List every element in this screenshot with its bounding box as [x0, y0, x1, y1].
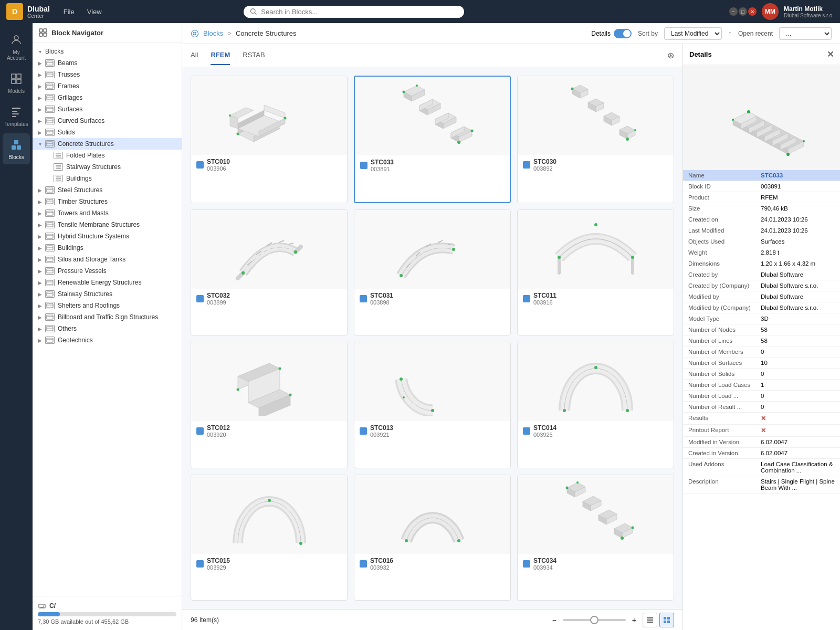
svg-rect-13 [14, 140, 18, 144]
tree-item-folded-plates[interactable]: Folded Plates [33, 150, 182, 161]
details-close-button[interactable]: ✕ [827, 49, 834, 59]
tree-item-buildings[interactable]: ▶Buildings [33, 242, 182, 254]
tree-icon-renewable-energy [45, 279, 55, 286]
block-card-STC031[interactable]: STC031003898 [354, 209, 511, 336]
block-card-STC034[interactable]: STC034003934 [517, 475, 674, 601]
detail-key: Number of Members [683, 346, 757, 357]
block-card-STC033[interactable]: STC033003891 [354, 76, 511, 203]
detail-val: Load Case Classification & Combination .… [757, 459, 840, 476]
svg-rect-10 [12, 116, 16, 117]
block-code-STC014: 003925 [533, 432, 556, 438]
tree-label-buildings-sub: Buildings [66, 175, 177, 182]
svg-rect-6 [17, 79, 21, 83]
tree-item-blocks-root[interactable]: ▾Blocks [33, 46, 182, 57]
tree-item-surfaces[interactable]: ▶Surfaces [33, 103, 182, 115]
svg-rect-184 [667, 617, 670, 620]
tree-item-beams[interactable]: ▶Beams [33, 57, 182, 69]
zoom-plus[interactable]: + [632, 616, 636, 624]
tree-item-grillages[interactable]: ▶Grillages [33, 92, 182, 103]
svg-rect-32 [47, 142, 53, 146]
block-name-STC011: STC011 [533, 292, 556, 299]
tree-item-towers-and-masts[interactable]: ▶Towers and Masts [33, 207, 182, 219]
tree-label-steel-structures: Steel Structures [58, 186, 177, 194]
block-card-STC014[interactable]: STC014003925 [517, 342, 674, 468]
zoom-slider[interactable] [563, 619, 626, 621]
block-thumbnail-STC033 [355, 77, 510, 155]
menu-view[interactable]: View [82, 6, 107, 18]
sort-select[interactable]: Last Modified Name Date Created Size [664, 27, 722, 40]
tree-label-curved-surfaces: Curved Surfaces [58, 117, 177, 124]
block-card-STC010[interactable]: STC010003906 [191, 76, 348, 203]
tree-item-renewable-energy[interactable]: ▶Renewable Energy Structures [33, 277, 182, 288]
zoom-minus[interactable]: − [552, 616, 556, 624]
sort-arrow-icon[interactable]: ↑ [728, 29, 732, 38]
sidebar-item-templates[interactable]: Templates [3, 100, 30, 131]
svg-point-159 [594, 366, 597, 369]
svg-rect-17 [44, 33, 47, 36]
tree-item-hybrid-structure[interactable]: ▶Hybrid Structure Systems [33, 230, 182, 242]
detail-val: STC033 [757, 170, 840, 181]
detail-key: Number of Load ... [683, 391, 757, 401]
block-card-STC012[interactable]: STC012003920 [191, 342, 348, 468]
block-card-STC016[interactable]: STC016003932 [354, 475, 511, 601]
block-dot-STC010 [196, 161, 204, 169]
tree-item-others[interactable]: ▶Others [33, 323, 182, 334]
tab-all[interactable]: All [191, 46, 198, 65]
tree-item-stairway-structures[interactable]: Stairway Structures [33, 161, 182, 173]
sidebar-item-myaccount[interactable]: My Account [3, 28, 30, 65]
app-logo[interactable]: D Dlubal Center [6, 3, 50, 20]
tree-item-silos[interactable]: ▶Silos and Storage Tanks [33, 254, 182, 265]
tree-item-solids[interactable]: ▶Solids [33, 127, 182, 138]
view-icons [643, 613, 674, 627]
tree-item-curved-surfaces[interactable]: ▶Curved Surfaces [33, 115, 182, 127]
detail-val: 58 [757, 324, 840, 335]
block-card-STC030[interactable]: STC030003892 [517, 76, 674, 203]
tree-arrow-billboard: ▶ [35, 314, 45, 320]
tree-item-buildings-sub[interactable]: Buildings [33, 173, 182, 184]
tree-item-pressure-vessels[interactable]: ▶Pressure Vessels [33, 265, 182, 277]
detail-row-results: Results✕ [683, 413, 840, 425]
details-toggle-pill[interactable] [614, 29, 632, 38]
tree-item-geotechnics[interactable]: ▶Geotechnics [33, 334, 182, 346]
block-card-STC015[interactable]: STC015003929 [191, 475, 348, 601]
grid-view-icon[interactable] [659, 613, 674, 627]
menu-file[interactable]: File [58, 6, 80, 18]
close-button[interactable]: ✕ [748, 7, 757, 16]
tree-item-trusses[interactable]: ▶Trusses [33, 69, 182, 80]
tab-rstab[interactable]: RSTAB [243, 46, 265, 65]
search-input[interactable] [261, 8, 458, 16]
tab-rfem[interactable]: RFEM [211, 46, 230, 65]
tree-icon-buildings-sub [54, 175, 63, 182]
breadcrumb-controls: Details Sort by Last Modified Name Date … [591, 27, 832, 40]
block-card-STC011[interactable]: STC011003916 [517, 209, 674, 336]
svg-point-160 [268, 499, 271, 502]
open-recent-select[interactable]: ... [779, 27, 832, 40]
breadcrumb-bar: Blocks > Concrete Structures Details Sor… [182, 23, 840, 44]
block-card-STC032[interactable]: STC032003899 [191, 209, 348, 336]
detail-row-created-in-version: Created in Version6.02.0047 [683, 448, 840, 459]
tree-item-timber-structures[interactable]: ▶Timber Structures [33, 196, 182, 207]
tree-label-renewable-energy: Renewable Energy Structures [58, 279, 177, 286]
tree-item-stairway-top[interactable]: ▶Stairway Structures [33, 288, 182, 300]
sidebar-item-models[interactable]: Models [3, 67, 30, 98]
tree-item-concrete-structures[interactable]: ▾Concrete Structures [33, 138, 182, 150]
tree-item-shelters[interactable]: ▶Shelters and Roofings [33, 300, 182, 311]
maximize-button[interactable]: □ [739, 7, 747, 16]
sidebar-item-blocks[interactable]: Blocks [3, 133, 30, 164]
tree-item-billboard[interactable]: ▶Billboard and Traffic Sign Structures [33, 311, 182, 323]
svg-point-106 [457, 141, 460, 144]
tree-item-frames[interactable]: ▶Frames [33, 80, 182, 92]
block-card-STC013[interactable]: STC013003921 [354, 342, 511, 468]
svg-rect-75 [195, 32, 197, 34]
detail-row-number-of-solids: Number of Solids0 [683, 369, 840, 380]
minimize-button[interactable]: − [729, 7, 738, 16]
list-view-icon[interactable] [643, 613, 657, 627]
templates-icon [9, 104, 24, 119]
block-dot-STC015 [196, 560, 204, 568]
breadcrumb-root[interactable]: Blocks [203, 29, 223, 37]
svg-point-176 [621, 537, 624, 540]
tree-item-steel-structures[interactable]: ▶Steel Structures [33, 184, 182, 196]
tree-item-tensile-membrane[interactable]: ▶Tensile Membrane Structures [33, 219, 182, 230]
filter-icon[interactable]: ⊛ [667, 50, 674, 60]
detail-val: Dlubal Software [757, 291, 840, 302]
